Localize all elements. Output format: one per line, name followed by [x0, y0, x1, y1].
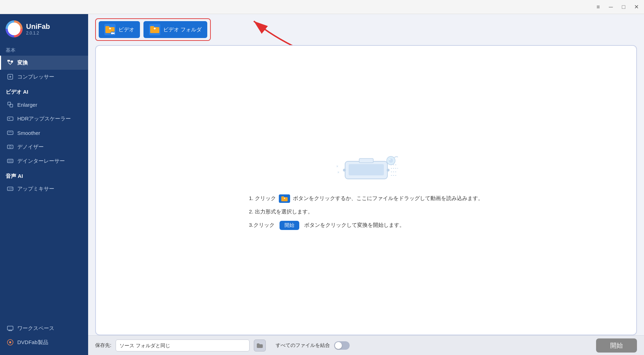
svg-point-26	[343, 169, 346, 172]
svg-rect-3	[11, 61, 13, 62]
deinterlacer-icon	[7, 157, 14, 164]
drop-zone[interactable]: × × 1. クリック	[95, 45, 637, 335]
sidebar-logo: UniFab 2.0.1.2	[0, 14, 88, 44]
sidebar-item-workspace-label: ワークスペース	[17, 325, 54, 332]
svg-rect-22	[154, 27, 155, 30]
toggle-knob	[335, 342, 342, 349]
top-toolbar: ビデオ ビデオ フォルダ	[88, 14, 644, 45]
add-folder-label: ビデオ フォルダ	[163, 26, 202, 33]
dvdfab-icon	[7, 339, 14, 346]
add-video-button[interactable]: ビデオ	[99, 21, 140, 38]
svg-rect-8	[7, 131, 13, 135]
svg-point-37	[389, 159, 391, 160]
svg-rect-25	[349, 164, 384, 175]
sidebar-item-denoizer-label: デノイザー	[17, 144, 44, 150]
instruction-1-suffix: ボタンをクリックするか、ここにファイルをドラッグして動画を読み込みます。	[293, 195, 483, 202]
instruction-1: 1. クリック ボタンをクリックするか、ここにファイルをドラッグして動画を読み込…	[249, 194, 483, 203]
workspace-icon	[7, 325, 14, 332]
merge-toggle[interactable]	[334, 341, 350, 350]
upmixer-icon	[7, 185, 14, 192]
add-buttons-group: ビデオ ビデオ フォルダ	[95, 18, 211, 41]
sidebar-item-deinterlacer[interactable]: デインターレーサー	[0, 154, 88, 168]
svg-rect-7	[7, 117, 13, 120]
app-version: 2.0.1.2	[26, 31, 50, 36]
convert-icon	[7, 59, 14, 66]
sidebar-item-compressor[interactable]: コンプレッサー	[0, 70, 88, 84]
instruction-1-prefix: 1. クリック	[249, 195, 276, 202]
drop-zone-illustration: × ×	[331, 151, 401, 186]
add-folder-icon	[149, 24, 160, 35]
svg-rect-19	[110, 27, 110, 30]
instruction-2: 2. 出力形式を選択します。	[249, 208, 483, 215]
minimize-button[interactable]: ─	[607, 4, 614, 11]
save-label: 保存先:	[95, 342, 111, 349]
compressor-icon	[7, 73, 14, 80]
start-button[interactable]: 開始	[596, 338, 637, 353]
app-logo-icon	[6, 20, 23, 37]
close-button[interactable]: ✕	[633, 4, 640, 11]
sidebar-item-hdr-upscaler[interactable]: HDRアップスケーラー	[0, 112, 88, 126]
instruction-add-icon	[279, 194, 290, 203]
sidebar-subsection-audio-ai: 音声 AI	[0, 168, 88, 182]
enlarger-icon	[7, 101, 14, 108]
svg-rect-28	[359, 158, 373, 163]
sidebar-subsection-video-ai: ビデオ AI	[0, 84, 88, 98]
sidebar-item-convert-label: 変換	[17, 60, 28, 66]
svg-rect-15	[7, 326, 13, 330]
sidebar-section-basic: 基本	[0, 44, 88, 56]
hdr-icon	[7, 115, 14, 122]
bottom-bar: 保存先: ソース フォルダと同じ すべてのファイルを結合 開始	[88, 335, 644, 355]
start-badge: 開始	[280, 221, 299, 230]
sidebar-item-deinterlacer-label: デインターレーサー	[17, 158, 65, 164]
svg-text:×: ×	[337, 170, 339, 174]
app-name: UniFab	[26, 23, 50, 31]
add-video-label: ビデオ	[118, 26, 134, 33]
svg-point-27	[387, 169, 390, 172]
sidebar-item-workspace[interactable]: ワークスペース	[0, 321, 88, 335]
folder-browse-button[interactable]	[254, 340, 266, 351]
svg-point-17	[9, 341, 11, 343]
add-video-icon	[104, 24, 116, 35]
main-content: ビデオ ビデオ フォルダ	[88, 14, 644, 355]
sidebar-item-denoizer[interactable]: デノイザー	[0, 140, 88, 154]
sidebar-item-compressor-label: コンプレッサー	[17, 74, 54, 80]
instruction-3-suffix: ボタンをクリックして変換を開始します。	[304, 222, 405, 229]
instructions: 1. クリック ボタンをクリックするか、ここにファイルをドラッグして動画を読み込…	[249, 194, 483, 230]
instruction-3-prefix: 3.クリック	[249, 222, 275, 229]
sidebar-item-convert[interactable]: 変換	[0, 56, 88, 70]
sidebar-item-enlarger[interactable]: Enlarger	[0, 98, 88, 112]
instruction-2-text: 2. 出力形式を選択します。	[249, 208, 313, 215]
sidebar-item-smoother-label: Smoother	[17, 130, 40, 136]
svg-text:×: ×	[336, 164, 338, 168]
sidebar-item-dvdfab-label: DVDFab製品	[17, 339, 48, 346]
add-folder-button[interactable]: ビデオ フォルダ	[143, 21, 207, 38]
instruction-3: 3.クリック 開始 ボタンをクリックして変換を開始します。	[249, 221, 483, 230]
sidebar-item-upmixer[interactable]: アップミキサー	[0, 182, 88, 196]
menu-icon[interactable]: ≡	[595, 4, 602, 11]
sidebar-item-upmixer-label: アップミキサー	[17, 186, 54, 192]
svg-rect-11	[7, 159, 13, 163]
sidebar-item-enlarger-label: Enlarger	[17, 102, 37, 108]
svg-point-10	[9, 146, 11, 148]
smoother-icon	[7, 129, 14, 136]
denoizer-icon	[7, 143, 14, 150]
merge-files-label: すべてのファイルを結合	[276, 342, 330, 349]
sidebar-item-smoother[interactable]: Smoother	[0, 126, 88, 140]
svg-rect-39	[284, 197, 285, 199]
svg-rect-2	[7, 60, 10, 62]
maximize-button[interactable]: □	[620, 4, 627, 11]
sidebar-item-hdr-label: HDRアップスケーラー	[17, 116, 71, 122]
sidebar: UniFab 2.0.1.2 基本 変換	[0, 14, 88, 355]
app-layout: UniFab 2.0.1.2 基本 変換	[0, 14, 644, 355]
sidebar-item-dvdfab[interactable]: DVDFab製品	[0, 335, 88, 349]
svg-rect-14	[7, 187, 13, 191]
save-path-select[interactable]: ソース フォルダと同じ	[116, 340, 250, 351]
svg-rect-20	[111, 32, 113, 34]
logo-text: UniFab 2.0.1.2	[26, 23, 50, 36]
title-bar: ≡ ─ □ ✕	[0, 0, 644, 14]
